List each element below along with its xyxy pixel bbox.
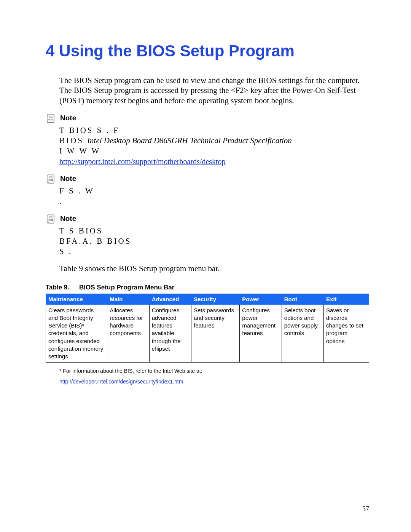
td-main: Allocates resources for hardware compone… [107, 304, 149, 363]
note-icon: NOTE [46, 214, 56, 226]
td-advanced: Configures advanced features available t… [149, 304, 191, 363]
table-label: Table 9. [46, 284, 69, 291]
th-power: Power [240, 294, 282, 304]
note1-line2-prefix: BIOS [59, 136, 87, 145]
footnote: * For information about the BIS, refer t… [59, 368, 369, 374]
note1-link[interactable]: http://support.intel.com/support/motherb… [59, 157, 226, 166]
td-boot: Selects boot options and power supply co… [282, 304, 323, 363]
th-maintenance: Maintenance [46, 294, 107, 304]
intro-paragraph: The BIOS Setup program can be used to vi… [59, 75, 369, 105]
th-security: Security [191, 294, 240, 304]
th-advanced: Advanced [149, 294, 191, 304]
svg-text:NOTE: NOTE [48, 219, 54, 221]
table-intro: Table 9 shows the BIOS Setup program men… [59, 264, 369, 273]
page: 4Using the BIOS Setup Program The BIOS S… [0, 0, 411, 532]
note-icon: NOTE [46, 174, 56, 186]
table-row: Clears passwords and Boot Integrity Serv… [46, 304, 369, 363]
chapter-title-text: Using the BIOS Setup Program [59, 42, 294, 60]
td-exit: Saves or discards changes to set program… [324, 304, 369, 363]
note-block-1: NOTE Note T BIOS S . F BIOS Intel Deskto… [46, 114, 369, 167]
note3-line3: S . [59, 246, 369, 257]
td-security: Sets passwords and security features [191, 304, 240, 363]
note1-line2-italic: Intel Desktop Board D865GRH Technical Pr… [87, 136, 292, 145]
note-icon: NOTE [46, 113, 56, 125]
note-body-2: F S . W . [59, 186, 369, 207]
svg-text:NOTE: NOTE [48, 118, 54, 121]
note-body-1: T BIOS S . F BIOS Intel Desktop Board D8… [59, 125, 369, 167]
note3-line2: BFA.A. B BIOS [59, 236, 369, 246]
table-caption: Table 9.BIOS Setup Program Menu Bar [46, 284, 369, 291]
note-block-3: NOTE Note T S BIOS BFA.A. B BIOS S . [46, 214, 369, 257]
note-body-3: T S BIOS BFA.A. B BIOS S . [59, 226, 369, 257]
bios-menu-table: Maintenance Main Advanced Security Power… [46, 294, 369, 363]
note-heading: Note [60, 114, 76, 122]
td-maintenance: Clears passwords and Boot Integrity Serv… [46, 304, 107, 363]
note1-line1: T BIOS S . F [59, 125, 369, 136]
chapter-title: 4Using the BIOS Setup Program [46, 42, 369, 60]
note2-line1: F S . W [59, 186, 369, 196]
note2-line2: . [59, 196, 369, 206]
th-main: Main [107, 294, 149, 304]
note-heading: Note [60, 214, 76, 223]
note-heading: Note [60, 174, 76, 183]
table-caption-text: BIOS Setup Program Menu Bar [79, 284, 174, 291]
th-exit: Exit [324, 294, 369, 304]
table-header-row: Maintenance Main Advanced Security Power… [46, 294, 369, 304]
th-boot: Boot [282, 294, 323, 304]
page-number: 57 [362, 505, 369, 513]
chapter-number: 4 [46, 42, 54, 60]
footnote-link[interactable]: http://developer.intel.com/design/securi… [59, 379, 183, 385]
note1-line3: I W W W [59, 146, 369, 156]
td-power: Configures power management features [240, 304, 282, 363]
note-block-2: NOTE Note F S . W . [46, 174, 369, 207]
svg-text:NOTE: NOTE [48, 179, 54, 181]
note3-line1: T S BIOS [59, 226, 369, 236]
